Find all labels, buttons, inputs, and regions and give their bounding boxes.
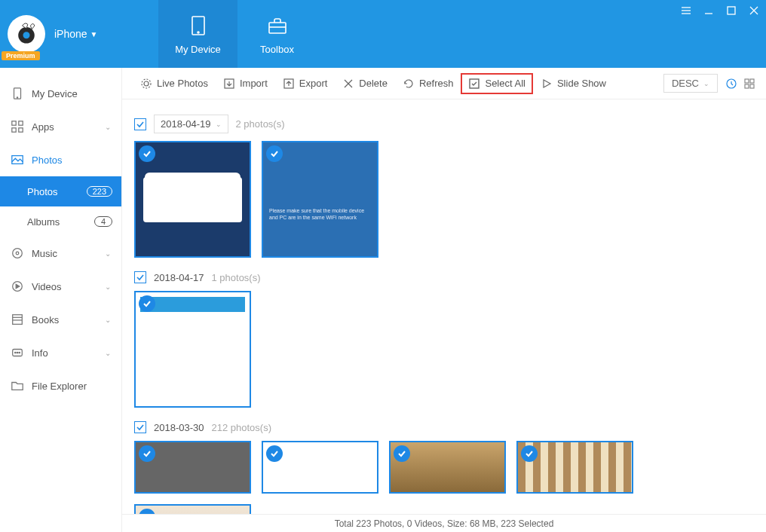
delete-button[interactable]: Delete <box>335 73 395 94</box>
photo-thumbnail[interactable] <box>134 291 251 408</box>
svg-point-21 <box>16 252 19 255</box>
photo-thumbnail[interactable] <box>134 504 251 514</box>
tab-my-device[interactable]: My Device <box>158 0 237 68</box>
apps-icon <box>11 120 24 133</box>
photo-thumbnail[interactable] <box>134 441 251 494</box>
svg-rect-39 <box>750 79 754 83</box>
date-selector[interactable]: 2018-04-19 ⌄ <box>154 115 228 133</box>
svg-point-20 <box>13 249 23 258</box>
premium-badge: Premium <box>2 51 40 60</box>
clock-icon[interactable] <box>725 78 737 90</box>
sidebar-label: My Device <box>32 88 78 99</box>
svg-point-30 <box>144 81 149 86</box>
toolbar-label: Live Photos <box>157 78 208 89</box>
count-badge: 223 <box>87 186 112 197</box>
export-icon <box>283 78 295 90</box>
group-count-label: 2 photos(s) <box>236 118 285 130</box>
books-icon <box>11 313 24 326</box>
svg-point-29 <box>19 352 20 353</box>
chevron-down-icon: ⌄ <box>105 123 111 131</box>
delete-icon <box>342 78 354 90</box>
sidebar-item-file-explorer[interactable]: File Explorer <box>0 369 121 402</box>
sidebar-item-books[interactable]: Books ⌄ <box>0 303 121 336</box>
sort-button[interactable]: DESC ⌄ <box>663 74 718 93</box>
group-date-label: 2018-04-19 <box>161 118 211 130</box>
group-checkbox[interactable] <box>134 421 146 433</box>
photos-icon <box>11 153 24 167</box>
sidebar-item-my-device[interactable]: My Device <box>0 77 121 110</box>
group-checkbox[interactable] <box>134 271 146 283</box>
live-photos-icon <box>140 78 152 90</box>
sidebar-sub-albums[interactable]: Albums 4 <box>0 206 121 237</box>
minimize-icon[interactable] <box>703 5 715 17</box>
sidebar-label: File Explorer <box>32 381 87 392</box>
group-date-label: 2018-04-17 <box>154 272 204 283</box>
toolbar-label: Export <box>299 78 328 89</box>
refresh-button[interactable]: Refresh <box>395 73 461 94</box>
chevron-down-icon: ⌄ <box>105 349 111 357</box>
photo-thumbnail[interactable] <box>262 441 378 494</box>
sidebar-label: Books <box>32 314 59 326</box>
chevron-down-icon: ⌄ <box>105 316 111 324</box>
svg-rect-15 <box>12 121 16 125</box>
sidebar-label: Info <box>32 347 48 359</box>
toolbar-label: Delete <box>359 78 388 89</box>
refresh-icon <box>403 78 415 90</box>
tab-toolbox[interactable]: Toolbox <box>237 0 317 68</box>
device-name-label: iPhone <box>54 28 87 40</box>
toolbar-label: Select All <box>485 78 525 89</box>
sidebar-label: Videos <box>32 281 62 292</box>
sidebar-item-videos[interactable]: Videos ⌄ <box>0 270 121 303</box>
chevron-down-icon: ⌄ <box>105 283 111 291</box>
close-icon[interactable] <box>748 5 760 17</box>
import-button[interactable]: Import <box>216 73 275 94</box>
sidebar-sub-photos[interactable]: Photos 223 <box>0 176 121 206</box>
maximize-icon[interactable] <box>725 5 737 17</box>
svg-rect-4 <box>269 23 286 33</box>
thumb-text: Accept <box>193 201 237 212</box>
toolbox-icon <box>265 14 290 38</box>
svg-rect-38 <box>745 79 749 83</box>
svg-rect-17 <box>12 128 16 132</box>
sidebar-item-photos[interactable]: Photos <box>0 143 121 176</box>
photo-thumbnail[interactable] <box>389 441 506 494</box>
group-count-label: 212 photos(s) <box>212 422 272 433</box>
svg-point-31 <box>142 79 151 88</box>
sidebar-item-apps[interactable]: Apps ⌄ <box>0 110 121 143</box>
thumb-text: YouTrans <box>148 177 237 184</box>
sidebar-item-music[interactable]: Music ⌄ <box>0 237 121 270</box>
svg-rect-16 <box>19 121 23 125</box>
select-all-button[interactable]: Select All <box>461 73 532 94</box>
sidebar-item-info[interactable]: Info ⌄ <box>0 336 121 369</box>
videos-icon <box>11 280 24 293</box>
count-badge: 4 <box>94 216 112 227</box>
photo-thumbnail[interactable]: Please make sure that the mobile device … <box>262 141 378 258</box>
chevron-down-icon: ⌄ <box>703 80 709 87</box>
photo-thumbnail[interactable] <box>516 441 633 494</box>
menu-icon[interactable] <box>680 5 692 17</box>
check-icon <box>521 445 538 462</box>
sidebar-sub-label: Albums <box>27 216 60 228</box>
select-all-icon <box>468 78 480 90</box>
slide-show-button[interactable]: Slide Show <box>533 73 614 94</box>
device-selector[interactable]: iPhone ▼ <box>54 28 98 40</box>
sidebar-label: Music <box>32 248 57 259</box>
group-count-label: 1 photos(s) <box>212 272 261 283</box>
toolbar-label: Import <box>240 78 268 89</box>
toolbar-label: Slide Show <box>557 78 606 89</box>
grid-view-icon[interactable] <box>743 78 755 90</box>
svg-point-27 <box>15 352 16 353</box>
svg-rect-23 <box>13 315 23 325</box>
group-date-label: 2018-03-30 <box>154 422 204 433</box>
thumb-text: 10.10.200.200 requests to connect. Rejec… <box>148 186 237 197</box>
toolbar-label: Refresh <box>419 78 454 89</box>
export-button[interactable]: Export <box>275 73 336 94</box>
live-photos-button[interactable]: Live Photos <box>133 73 216 94</box>
group-checkbox[interactable] <box>134 118 146 130</box>
sidebar-sub-label: Photos <box>27 186 57 197</box>
photo-thumbnail[interactable]: YouTrans 10.10.200.200 requests to conne… <box>134 141 251 258</box>
svg-point-1 <box>23 32 30 38</box>
sidebar-label: Photos <box>32 154 62 166</box>
thumb-text: Please make sure that the mobile device … <box>269 207 371 221</box>
sidebar-label: Apps <box>32 121 54 133</box>
